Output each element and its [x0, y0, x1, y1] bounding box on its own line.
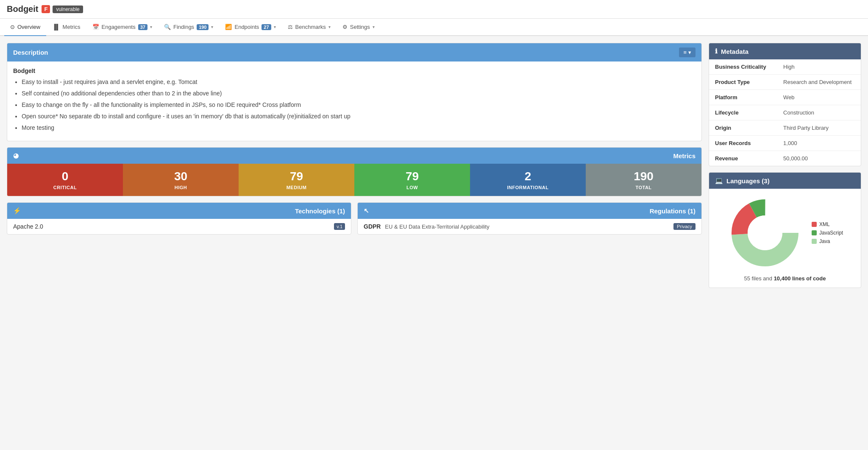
metric-critical-label: CRITICAL	[11, 185, 120, 190]
menu-icon: ≡	[683, 49, 687, 56]
findings-caret: ▾	[211, 25, 213, 29]
legend-js: JavaScript	[812, 230, 843, 236]
technologies-title: Technologies (1)	[295, 207, 345, 215]
regulation-icon: ↖	[364, 207, 369, 215]
metric-low-value: 79	[358, 170, 467, 183]
meta-label-2: Platform	[709, 90, 777, 105]
meta-value-4: Third Party Library	[777, 120, 861, 136]
meta-row-0: Business Criticality High	[709, 59, 861, 75]
app-title: Bodgeit	[7, 4, 38, 14]
nav-item-benchmarks[interactable]: ⚖ Benchmarks ▾	[282, 19, 337, 36]
meta-row-6: Revenue 50,000.00	[709, 151, 861, 166]
meta-row-4: Origin Third Party Library	[709, 120, 861, 136]
metrics-icon-pie: ◕	[13, 152, 19, 159]
meta-label-0: Business Criticality	[709, 59, 777, 75]
desc-bullet-1: Easy to install - just requires java and…	[22, 78, 696, 87]
nav-item-metrics[interactable]: ▐▌ Metrics	[46, 19, 86, 36]
meta-label-5: User Records	[709, 136, 777, 151]
description-body: BodgeIt Easy to install - just requires …	[7, 61, 701, 141]
meta-label-3: Lifecycle	[709, 105, 777, 120]
metrics-title: Metrics	[673, 152, 696, 159]
legend-java: Java	[812, 238, 843, 244]
metrics-header: ◕ Metrics	[7, 148, 701, 164]
nav-bar: ⊙ Overview ▐▌ Metrics 📅 Engagements 37 ▾…	[0, 19, 868, 36]
description-header: Description ≡ ▾	[7, 43, 701, 61]
nav-item-engagements[interactable]: 📅 Engagements 37 ▾	[86, 19, 158, 36]
description-menu-button[interactable]: ≡ ▾	[679, 48, 696, 57]
metric-low: 79 LOW	[354, 164, 470, 196]
description-title: Description	[13, 49, 48, 56]
xml-label: XML	[819, 221, 830, 227]
overview-icon: ⊙	[10, 24, 15, 30]
metric-high-label: HIGH	[126, 185, 235, 190]
desc-bullet-4: Open source* No separate db to install a…	[22, 112, 696, 121]
metadata-table: Business Criticality High Product Type R…	[709, 59, 861, 166]
donut-chart	[727, 195, 803, 271]
metric-low-label: LOW	[358, 185, 467, 190]
endpoints-caret: ▾	[274, 25, 276, 29]
metrics-card: ◕ Metrics 0 CRITICAL 30 HIGH 79 MEDIUM 7…	[7, 147, 702, 196]
metric-critical: 0 CRITICAL	[7, 164, 123, 196]
meta-value-2: Web	[777, 90, 861, 105]
meta-row-3: Lifecycle Construction	[709, 105, 861, 120]
meta-value-0: High	[777, 59, 861, 75]
metrics-grid: 0 CRITICAL 30 HIGH 79 MEDIUM 79 LOW 2	[7, 164, 701, 196]
languages-header: 💻 Languages (3)	[709, 173, 861, 189]
benchmarks-icon: ⚖	[288, 24, 293, 30]
meta-value-1: Research and Development	[777, 75, 861, 90]
metric-critical-value: 0	[11, 170, 120, 183]
meta-label-4: Origin	[709, 120, 777, 136]
nav-label-engagements: Engagements	[102, 24, 136, 30]
meta-label-6: Revenue	[709, 151, 777, 166]
info-icon: ℹ	[715, 48, 718, 55]
engagements-badge: 37	[138, 24, 147, 30]
right-column: ℹ Metadata Business Criticality High Pro…	[709, 43, 861, 288]
languages-footer: 55 files and 10,400 lines of code	[744, 275, 826, 282]
metric-info-value: 2	[473, 170, 582, 183]
nav-item-findings[interactable]: 🔍 Findings 190 ▾	[158, 19, 220, 36]
settings-caret: ▾	[373, 25, 375, 29]
metric-high-value: 30	[126, 170, 235, 183]
meta-value-3: Construction	[777, 105, 861, 120]
metadata-header: ℹ Metadata	[709, 43, 861, 59]
menu-caret: ▾	[688, 49, 691, 56]
desc-bullet-2: Self contained (no additional dependenci…	[22, 89, 696, 98]
metric-high: 30 HIGH	[123, 164, 239, 196]
engagements-caret: ▾	[150, 25, 152, 29]
languages-card: 💻 Languages (3)	[709, 172, 861, 288]
metric-total-label: TOTAL	[589, 185, 698, 190]
metric-total: 190 TOTAL	[586, 164, 701, 196]
metric-medium: 79 MEDIUM	[239, 164, 354, 196]
nav-label-overview: Overview	[17, 24, 40, 30]
nav-item-settings[interactable]: ⚙ Settings ▾	[337, 19, 381, 36]
reg-name: GDPR	[364, 223, 381, 230]
main-content: Description ≡ ▾ BodgeIt Easy to install …	[0, 36, 868, 295]
meta-row-5: User Records 1,000	[709, 136, 861, 151]
nav-label-metrics: Metrics	[63, 24, 81, 30]
endpoints-badge: 27	[262, 24, 271, 30]
regulations-header: ↖ Regulations (1)	[358, 203, 701, 219]
languages-title: Languages (3)	[726, 177, 770, 184]
java-label: Java	[819, 238, 830, 244]
metric-info: 2 INFORMATIONAL	[470, 164, 586, 196]
vulnerable-badge: vulnerable	[53, 6, 83, 13]
metadata-card: ℹ Metadata Business Criticality High Pro…	[709, 43, 861, 166]
metric-medium-value: 79	[242, 170, 351, 183]
bottom-cards: ⚡ Technologies (1) Apache 2.0 v.1 ↖ Regu…	[7, 202, 702, 235]
metric-info-label: INFORMATIONAL	[473, 185, 582, 190]
app-header: Bodgeit F vulnerable	[0, 0, 868, 19]
nav-item-endpoints[interactable]: 📶 Endpoints 27 ▾	[219, 19, 281, 36]
meta-value-6: 50,000.00	[777, 151, 861, 166]
description-list: Easy to install - just requires java and…	[13, 78, 696, 132]
legend-xml: XML	[812, 221, 843, 227]
meta-value-5: 1,000	[777, 136, 861, 151]
tech-name: Apache 2.0	[13, 223, 43, 230]
bolt-icon: ⚡	[13, 207, 21, 215]
java-color	[812, 239, 817, 244]
findings-badge: 190	[197, 24, 209, 30]
metric-medium-label: MEDIUM	[242, 185, 351, 190]
app-badge-f: F	[42, 5, 50, 13]
metrics-icon: ▐▌	[52, 24, 60, 30]
nav-item-overview[interactable]: ⊙ Overview	[4, 19, 46, 36]
settings-icon: ⚙	[342, 24, 348, 30]
